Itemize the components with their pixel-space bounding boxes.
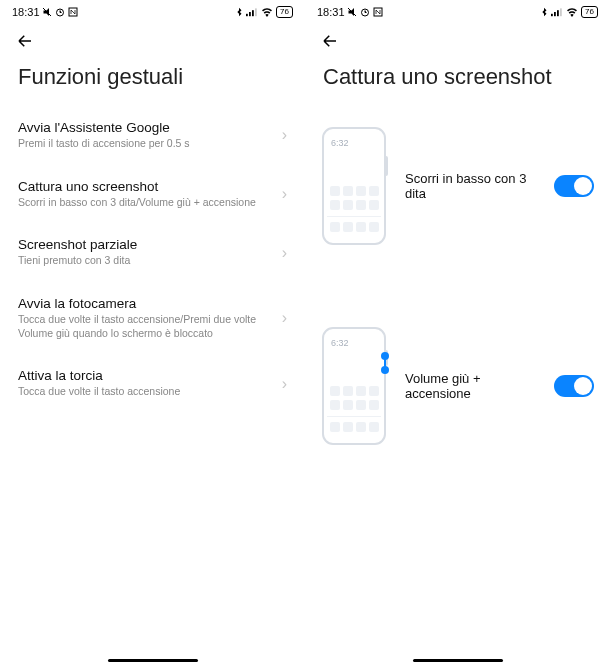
option-label: Scorri in basso con 3 dita [405, 171, 540, 201]
status-time: 18:31 [12, 6, 40, 18]
svg-rect-36 [369, 386, 379, 396]
svg-rect-6 [255, 8, 257, 16]
svg-rect-22 [343, 200, 353, 210]
item-torch[interactable]: Attiva la torcia Tocca due volte il tast… [18, 354, 287, 413]
svg-rect-29 [327, 216, 381, 217]
gestures-list: Avvia l'Assistente Google Premi il tasto… [0, 106, 305, 413]
item-title: Attiva la torcia [18, 368, 272, 383]
svg-rect-20 [369, 186, 379, 196]
wifi-icon [565, 7, 579, 17]
status-right: 76 [539, 6, 598, 18]
nfc-icon [67, 6, 79, 18]
battery-level: 76 [581, 6, 598, 18]
svg-rect-38 [343, 400, 353, 410]
item-sub: Tocca due volte il tasto accensione/Prem… [18, 313, 272, 340]
bluetooth-icon [539, 6, 549, 18]
item-title: Avvia l'Assistente Google [18, 120, 272, 135]
item-title: Cattura uno screenshot [18, 179, 272, 194]
svg-rect-10 [551, 14, 553, 16]
alarm-icon [54, 6, 66, 18]
svg-rect-12 [557, 10, 559, 16]
back-button[interactable] [14, 32, 36, 53]
chevron-right-icon: › [282, 309, 287, 327]
option-label: Volume giù + accensione [405, 371, 540, 401]
svg-rect-26 [343, 222, 353, 232]
svg-rect-4 [249, 12, 251, 16]
home-indicator[interactable] [108, 659, 198, 662]
option-swipe-3-fingers: 6:32 Scorri in basso con 3 dita [305, 106, 610, 306]
svg-rect-35 [356, 386, 366, 396]
svg-rect-43 [356, 422, 366, 432]
svg-rect-45 [327, 416, 381, 417]
svg-rect-23 [356, 200, 366, 210]
svg-rect-24 [369, 200, 379, 210]
svg-rect-39 [356, 400, 366, 410]
signal-icon [246, 7, 258, 17]
back-button[interactable] [319, 32, 341, 53]
svg-rect-25 [330, 222, 340, 232]
mute-icon [41, 6, 53, 18]
svg-rect-17 [330, 186, 340, 196]
svg-rect-28 [369, 222, 379, 232]
panel-screenshot-settings: 18:31 76 Cattura uno screenshot 6:32 [305, 0, 610, 670]
option-volume-power: 6:32 Volume giù + accensione [305, 306, 610, 506]
svg-rect-19 [356, 186, 366, 196]
item-title: Avvia la fotocamera [18, 296, 272, 311]
svg-rect-37 [330, 400, 340, 410]
item-screenshot[interactable]: Cattura uno screenshot Scorri in basso c… [18, 165, 287, 224]
svg-text:6:32: 6:32 [331, 138, 349, 148]
home-indicator[interactable] [413, 659, 503, 662]
mute-icon [346, 6, 358, 18]
signal-icon [551, 7, 563, 17]
alarm-icon [359, 6, 371, 18]
item-title: Screenshot parziale [18, 237, 272, 252]
item-partial-screenshot[interactable]: Screenshot parziale Tieni premuto con 3 … [18, 223, 287, 282]
statusbar: 18:31 76 [0, 0, 305, 22]
item-camera[interactable]: Avvia la fotocamera Tocca due volte il t… [18, 282, 287, 354]
svg-rect-15 [384, 156, 388, 176]
svg-rect-5 [252, 10, 254, 16]
item-assistant[interactable]: Avvia l'Assistente Google Premi il tasto… [18, 106, 287, 165]
svg-rect-42 [343, 422, 353, 432]
statusbar: 18:31 76 [305, 0, 610, 22]
status-time: 18:31 [317, 6, 345, 18]
bluetooth-icon [234, 6, 244, 18]
svg-rect-34 [343, 386, 353, 396]
item-sub: Tocca due volte il tasto accensione [18, 385, 272, 399]
item-sub: Scorri in basso con 3 dita/Volume giù + … [18, 196, 272, 210]
panel-gestures: 18:31 76 Funzioni gestuali Avvia l'Assis… [0, 0, 305, 670]
chevron-right-icon: › [282, 375, 287, 393]
toggle-swipe[interactable] [554, 175, 594, 197]
svg-rect-13 [560, 8, 562, 16]
svg-rect-40 [369, 400, 379, 410]
svg-text:6:32: 6:32 [331, 338, 349, 348]
svg-rect-33 [330, 386, 340, 396]
svg-rect-11 [554, 12, 556, 16]
svg-rect-41 [330, 422, 340, 432]
page-title: Funzioni gestuali [0, 58, 305, 106]
chevron-right-icon: › [282, 244, 287, 262]
chevron-right-icon: › [282, 126, 287, 144]
item-sub: Premi il tasto di accensione per 0.5 s [18, 137, 272, 151]
toggle-buttons[interactable] [554, 375, 594, 397]
svg-rect-21 [330, 200, 340, 210]
svg-rect-44 [369, 422, 379, 432]
status-right: 76 [234, 6, 293, 18]
phone-illustration-buttons: 6:32 [321, 326, 391, 446]
phone-illustration-swipe: 6:32 [321, 126, 391, 246]
svg-rect-3 [246, 14, 248, 16]
svg-rect-18 [343, 186, 353, 196]
wifi-icon [260, 7, 274, 17]
svg-rect-27 [356, 222, 366, 232]
battery-level: 76 [276, 6, 293, 18]
nfc-icon [372, 6, 384, 18]
chevron-right-icon: › [282, 185, 287, 203]
page-title: Cattura uno screenshot [305, 58, 610, 106]
item-sub: Tieni premuto con 3 dita [18, 254, 272, 268]
